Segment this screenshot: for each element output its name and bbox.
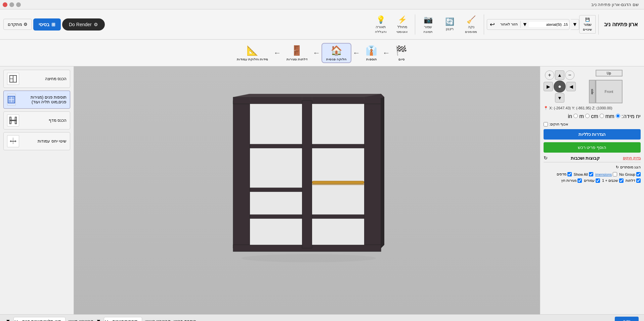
cube-top[interactable]: Up (596, 70, 622, 76)
main-toolbar: ארון פתיחה ניב 💾 שמור שינויים ▼ ▼ חזור ל… (0, 9, 644, 40)
close-button[interactable] (3, 2, 7, 7)
svg-rect-10 (312, 144, 364, 148)
no-group-label: No Group (619, 172, 635, 176)
unit-in[interactable]: in (568, 113, 578, 119)
svg-rect-6 (312, 104, 364, 245)
criteria-main-select[interactable]: תוספות;מגירות (104, 317, 142, 321)
view-cube[interactable]: Up side Front (589, 70, 629, 103)
settings-button[interactable]: הגדרות כלליות (544, 129, 641, 140)
wizard-step-interior[interactable]: 🏠 חלוקה פנימית (321, 43, 351, 63)
units-group: יח מידה: mm cm m in (544, 113, 641, 119)
wizard-step-doors[interactable]: 🚪 דלתות ומגירות (283, 44, 312, 62)
check-rules-link[interactable]: בדוק חוקים (623, 156, 641, 160)
do-render-button[interactable]: ⚙ Do Render (62, 18, 105, 31)
no-group-checkbox[interactable] (636, 172, 641, 176)
clean-button-bottom[interactable]: נקה (615, 317, 639, 321)
bottom-panel: נקה הוספת פריט: קריטריון ראשי: תוספות;מג… (0, 314, 644, 321)
nav-plus-row: − ▲ + (545, 70, 574, 80)
criteria-sub-select[interactable]: מוט תלייה;מגירות פנים (13, 317, 66, 321)
svg-rect-0 (233, 100, 250, 248)
cube-front[interactable]: Front (596, 80, 622, 103)
svg-rect-5 (250, 104, 302, 245)
unit-m[interactable]: m (579, 113, 590, 119)
wizard-step-accessories[interactable]: 👔 תוספות (361, 44, 381, 62)
bottom-controls: נקה הוספת פריט: קריטריון ראשי: תוספות;מג… (0, 315, 644, 321)
insert-shelf-button[interactable]: הכנס מדף (3, 111, 70, 129)
groups-header: בדוק חוקים קבוצות ושכבות ↻ (544, 155, 641, 162)
light-icon: 💡 (376, 15, 385, 24)
snap-row: אכוף חוקים: (544, 122, 641, 126)
maximize-button[interactable] (16, 2, 21, 7)
show-all-checkbox[interactable] (589, 172, 593, 176)
layers-checkbox[interactable] (619, 178, 624, 183)
zoom-in-button[interactable]: + (545, 70, 554, 80)
insert-partition-button[interactable]: הכנס מחיצה (3, 70, 70, 88)
shelf-icon (9, 116, 17, 124)
nav-left-button[interactable]: ◀ (566, 82, 576, 91)
right-panel: הכנס מחיצה תוספות פנים (מגירות פנים,מוט … (0, 66, 74, 314)
undo-arrow[interactable]: ▼ (521, 20, 529, 29)
interior-accessories-label: תוספות פנים (מגירות פנים,מוט תליה ועוד) (18, 95, 67, 104)
change-ratio-label: שינוי יחס עמודות (38, 139, 67, 144)
model-button[interactable]: ⚡ מחולל אוטומטי (392, 14, 412, 35)
minimize-button[interactable] (9, 2, 14, 7)
unit-cm[interactable]: cm (591, 113, 604, 119)
save-button[interactable]: 💾 שמור שינויים (579, 15, 596, 34)
save-dropdown[interactable]: ▼ (571, 19, 579, 30)
zoom-out-button[interactable]: − (565, 70, 574, 80)
nav-middle-row: ◀ ● ▶ (544, 81, 576, 93)
save-group: 💾 שמור שינויים ▼ (571, 15, 596, 34)
dimensions-checkbox[interactable] (613, 172, 617, 176)
clean-button[interactable]: 🧹 נקה מסומנים (461, 14, 481, 35)
unit-mm[interactable]: mm (605, 113, 620, 119)
finish-label: סיום (398, 57, 404, 61)
dimensions-label: מידות וחלוקת עמודות (237, 57, 268, 61)
refresh-icon: ↻ (616, 165, 619, 169)
wardrobe-3d (230, 94, 384, 269)
show-all-label: Show All (574, 172, 588, 176)
svg-marker-15 (381, 94, 384, 248)
wizard-step-dimensions[interactable]: 📐 מידות וחלוקת עמודות (233, 44, 272, 62)
window-controls[interactable] (3, 2, 21, 7)
insert-shelf-label: הכנס מדף (49, 118, 67, 123)
z-value: (1000.00) (597, 106, 612, 110)
group-show-all: Show All (574, 172, 593, 176)
nav-up-button[interactable]: ▲ (555, 70, 564, 80)
wizard-step-finish[interactable]: 🏁 סיום (391, 44, 411, 62)
image-button[interactable]: 📷 שמור תמונה (418, 14, 438, 35)
criteria-dropdown-arrow: ▼ (96, 318, 101, 321)
undo-input[interactable] (529, 22, 569, 27)
rotate-button[interactable]: 🔄 רינגון (439, 16, 460, 33)
cube-side[interactable]: side (589, 80, 596, 103)
criteria-sub-label: קריטריון משני: (68, 319, 93, 321)
snap-checkbox[interactable] (544, 122, 548, 126)
snap-label: אכוף חוקים: (549, 122, 568, 126)
add-item-button[interactable]: הוסף פריט רכש (544, 142, 641, 153)
basic-button[interactable]: ⊞ בסיסי (33, 18, 61, 31)
basic-icon: ⊞ (51, 22, 55, 27)
drawers-checkbox[interactable] (577, 178, 582, 183)
wizard-arrow-2: ← (311, 49, 321, 57)
doors-icon: 🚪 (291, 45, 303, 56)
drawers-group-label: מגירות חץ (561, 178, 576, 183)
nav-down-button[interactable]: ▼ (555, 93, 564, 103)
advanced-button[interactable]: ⚙ מתקדם (3, 19, 32, 30)
nav-right-button[interactable]: ▶ (544, 82, 553, 91)
change-ratio-button[interactable]: שינוי יחס עמודות (3, 132, 70, 150)
design-button[interactable]: 💡 תאורה והצללה (371, 14, 391, 35)
doors-group-label: דלתות (626, 178, 635, 183)
sep2 (484, 14, 484, 35)
shelves-checkbox[interactable] (567, 172, 572, 176)
nav-center-button[interactable]: ● (554, 81, 566, 93)
doors-checkbox[interactable] (636, 178, 641, 183)
columns-checkbox[interactable] (596, 178, 600, 183)
interior-accessories-button[interactable]: תוספות פנים (מגירות פנים,מוט תליה ועוד) (3, 91, 70, 109)
interior-icon (7, 96, 15, 104)
undo-button[interactable]: ↩ (487, 19, 498, 30)
ratio-icon-box (7, 135, 19, 147)
render-icon: ⚙ (94, 22, 98, 27)
sep1 (598, 14, 599, 35)
refresh-button[interactable]: ↻ (544, 155, 548, 161)
columns-label: עמודים (584, 178, 595, 183)
3d-viewport[interactable] (74, 66, 540, 314)
